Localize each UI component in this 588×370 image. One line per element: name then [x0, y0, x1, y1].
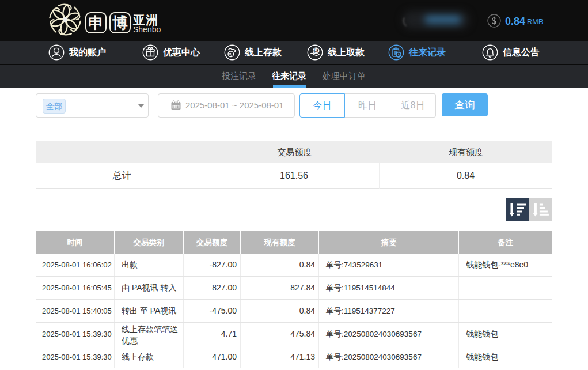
svg-text:$: $ [314, 48, 318, 54]
